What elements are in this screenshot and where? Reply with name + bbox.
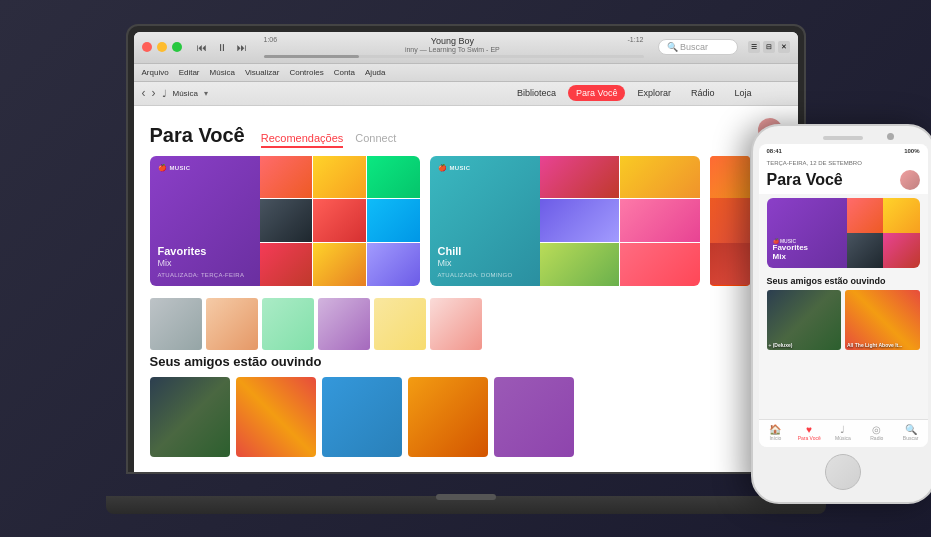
phone-tab-buscar-icon: 🔍 — [905, 425, 917, 435]
transport-controls: ⏮ ⏸ ⏭ — [194, 42, 250, 53]
progress-fill — [264, 55, 359, 58]
phone-screen: 08:41 100% TERÇA-FEIRA, 12 DE SETEMBRO P… — [759, 144, 928, 447]
maximize-button[interactable] — [172, 42, 182, 52]
phone-speaker — [823, 136, 863, 140]
friend-album-3[interactable] — [322, 377, 402, 457]
extra-strip — [710, 156, 750, 286]
phone-camera — [887, 133, 894, 140]
phone-tab-inicio[interactable]: 🏠 Início — [759, 423, 793, 443]
nav-back-button[interactable]: ‹ — [142, 86, 146, 100]
search-box[interactable]: 🔍 Buscar — [658, 39, 738, 55]
menu-arquivo[interactable]: Arquivo — [142, 68, 169, 77]
phone-tab-buscar[interactable]: 🔍 Buscar — [894, 423, 928, 443]
chill-thumbnails — [540, 156, 700, 286]
rewind-button[interactable]: ⏮ — [194, 42, 210, 53]
chill-mix-bg: 🍎 MUSIC Chill Mix ATUALIZADA: DOMINGO — [430, 156, 540, 286]
search-icon: 🔍 — [667, 42, 678, 52]
phone: 08:41 100% TERÇA-FEIRA, 12 DE SETEMBRO P… — [751, 124, 932, 504]
page-tab-recomendacoes[interactable]: Recomendações — [261, 132, 344, 148]
fast-forward-button[interactable]: ⏭ — [234, 42, 250, 53]
phone-tab-para-voce[interactable]: ♥ Para Você — [792, 423, 826, 443]
play-pause-button[interactable]: ⏸ — [214, 42, 230, 53]
laptop: ⏮ ⏸ ⏭ 1:06 Young Boy inny — Learning To … — [126, 24, 806, 514]
menu-musica[interactable]: Música — [210, 68, 235, 77]
menu-ajuda[interactable]: Ajuda — [365, 68, 385, 77]
menu-visualizar[interactable]: Visualizar — [245, 68, 280, 77]
tab-loja[interactable]: Loja — [726, 85, 759, 101]
fav-thumb-4 — [260, 199, 313, 242]
nav-section-label: Música — [173, 89, 198, 98]
fav-thumb-8 — [313, 243, 366, 286]
fav-thumb-5 — [313, 199, 366, 242]
phone-tab-bar: 🏠 Início ♥ Para Você ♩ Música ◎ — [759, 419, 928, 447]
tab-radio[interactable]: Rádio — [683, 85, 723, 101]
bottom-thumb-4 — [318, 298, 370, 350]
bottom-thumb-5 — [374, 298, 426, 350]
phone-tab-radio[interactable]: ◎ Radio — [860, 423, 894, 443]
friends-section: Seus amigos estão ouvindo — [150, 354, 782, 457]
friend-album-1[interactable] — [150, 377, 230, 457]
bottom-thumb-1 — [150, 298, 202, 350]
menu-controles[interactable]: Controles — [289, 68, 323, 77]
fav-thumb-1 — [260, 156, 313, 199]
bottom-thumb-2 — [206, 298, 258, 350]
close-button[interactable] — [142, 42, 152, 52]
phone-friends-row: ÷ (Deluxe) All The Light Above It... — [767, 290, 920, 350]
friends-section-title: Seus amigos estão ouvindo — [150, 354, 782, 369]
chill-thumb-4 — [620, 199, 700, 242]
time-remaining: -1:12 — [628, 36, 644, 53]
phone-user-avatar[interactable] — [900, 170, 920, 190]
phone-mix-thumb-1 — [847, 198, 884, 233]
chill-mix-subtitle: Mix — [438, 258, 532, 268]
menu-conta[interactable]: Conta — [334, 68, 355, 77]
chill-thumb-1 — [540, 156, 620, 199]
window-buttons: ☰ ⊟ ✕ — [748, 41, 790, 53]
menu-editar[interactable]: Editar — [179, 68, 200, 77]
favorites-mix-bg: 🍎 MUSIC Favorites Mix ATUALIZADA: TERÇA-… — [150, 156, 260, 286]
laptop-notch — [436, 494, 496, 500]
phone-album-1[interactable]: ÷ (Deluxe) — [767, 290, 842, 350]
favorites-mix-card[interactable]: 🍎 MUSIC Favorites Mix ATUALIZADA: TERÇA-… — [150, 156, 420, 286]
fav-thumb-7 — [260, 243, 313, 286]
progress-wrapper: 1:06 Young Boy inny — Learning To Swim -… — [254, 36, 654, 58]
phone-mix-left: 🍎 MUSIC Favorites Mix — [767, 198, 847, 268]
window-close-button[interactable]: ✕ — [778, 41, 790, 53]
tab-biblioteca[interactable]: Biblioteca — [509, 85, 564, 101]
page-header: Para Você Recomendações Connect — [150, 118, 782, 148]
phone-friends-title: Seus amigos estão ouvindo — [767, 276, 920, 286]
favorites-thumbnails — [260, 156, 420, 286]
laptop-screen: ⏮ ⏸ ⏭ 1:06 Young Boy inny — Learning To … — [134, 32, 798, 472]
phone-friends-section: Seus amigos estão ouvindo ÷ (Deluxe) All… — [759, 272, 928, 354]
minimize-button[interactable] — [157, 42, 167, 52]
friend-album-2[interactable] — [236, 377, 316, 457]
phone-mix-thumb-3 — [847, 233, 884, 268]
fav-thumb-6 — [367, 199, 420, 242]
chill-apple-music-label: MUSIC — [450, 165, 471, 171]
nav-forward-button[interactable]: › — [152, 86, 156, 100]
window-shrink-button[interactable]: ⊟ — [763, 41, 775, 53]
nav-dropdown-icon[interactable]: ▾ — [204, 89, 208, 98]
tab-explorar[interactable]: Explorar — [629, 85, 679, 101]
list-view-button[interactable]: ☰ — [748, 41, 760, 53]
chill-thumb-5 — [540, 243, 620, 286]
page-tab-connect[interactable]: Connect — [355, 132, 396, 148]
phone-album-2[interactable]: All The Light Above It... — [845, 290, 920, 350]
favorites-mix-updated: ATUALIZADA: TERÇA-FEIRA — [158, 272, 252, 278]
phone-home-button[interactable] — [825, 454, 861, 490]
track-name: Young Boy — [405, 36, 500, 46]
bottom-thumbs-row — [150, 298, 782, 350]
phone-page-title: Para Você — [759, 168, 928, 194]
phone-tab-buscar-label: Buscar — [903, 435, 919, 441]
phone-album-2-label: All The Light Above It... — [847, 342, 918, 348]
tab-para-voce[interactable]: Para Você — [568, 85, 626, 101]
phone-content: 08:41 100% TERÇA-FEIRA, 12 DE SETEMBRO P… — [759, 144, 928, 447]
phone-mix-subtitle: Mix — [773, 253, 841, 262]
progress-bar[interactable] — [264, 55, 644, 58]
chill-apple-music-badge: 🍎 MUSIC — [438, 164, 471, 172]
phone-tab-musica[interactable]: ♩ Música — [826, 423, 860, 443]
friend-album-5[interactable] — [494, 377, 574, 457]
chill-mix-title: Chill — [438, 245, 532, 257]
friend-album-4[interactable] — [408, 377, 488, 457]
phone-mix-card[interactable]: 🍎 MUSIC Favorites Mix — [767, 198, 920, 268]
chill-mix-card[interactable]: 🍎 MUSIC Chill Mix ATUALIZADA: DOMINGO — [430, 156, 700, 286]
